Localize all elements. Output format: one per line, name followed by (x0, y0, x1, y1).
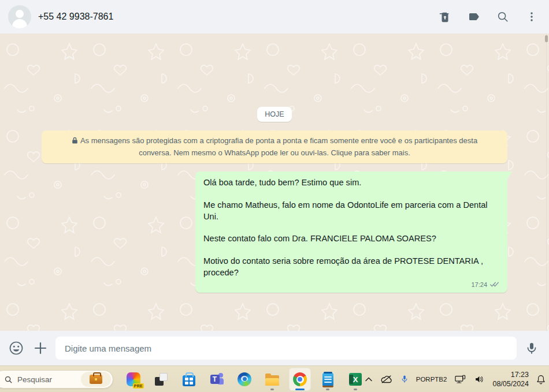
microsoft-store-icon (183, 375, 195, 386)
taskbar-app-icons: PRE T (123, 366, 366, 392)
running-indicator (270, 389, 274, 390)
chrome-icon (293, 372, 307, 386)
tray-time: 17:23 (492, 370, 529, 379)
attach-plus-icon[interactable] (31, 339, 50, 357)
system-tray: POR PTB2 17:23 (365, 366, 546, 392)
scrollbar-thumb[interactable] (545, 35, 548, 42)
avatar-person-icon-body (12, 19, 27, 28)
double-check-icon (489, 279, 499, 290)
chat-scroll-region[interactable]: HOJE As mensagens são protegidas com a c… (0, 33, 549, 331)
teams-icon: T (210, 373, 224, 386)
kebab-menu-icon[interactable] (525, 10, 539, 24)
tray-microphone-icon[interactable] (400, 374, 409, 384)
message-input[interactable] (55, 337, 517, 360)
taskbar-excel[interactable]: X (344, 368, 366, 391)
encryption-notice-text: As mensagens são protegidas com a cripto… (80, 136, 477, 157)
taskbar-teams[interactable]: T (206, 368, 228, 391)
tray-date: 08/05/2024 (492, 379, 529, 389)
windows-taskbar: PRE T (0, 365, 549, 392)
taskbar-search-icon (4, 375, 13, 384)
taskbar-search-box[interactable] (0, 370, 113, 389)
network-icon[interactable] (454, 375, 466, 384)
message-paragraph: Me chamo Matheus, falo em nome da Odonto… (203, 200, 499, 222)
taskbar-chrome[interactable] (289, 368, 311, 391)
avatar-person-icon (16, 10, 24, 18)
microphone-icon[interactable] (522, 339, 541, 357)
contact-avatar[interactable] (8, 5, 31, 28)
edge-icon (238, 372, 251, 386)
copilot-pre-badge: PRE (133, 383, 144, 389)
message-row: Olá boa tarde, tudo bem? Estimo que sim.… (0, 171, 549, 293)
label-icon[interactable] (467, 10, 481, 24)
notifications-bell-icon[interactable] (536, 374, 546, 384)
taskbar-search-input[interactable] (17, 375, 72, 384)
message-paragraph: Olá boa tarde, tudo bem? Estimo que sim. (203, 177, 499, 189)
excel-icon: X (349, 373, 362, 386)
active-running-indicator (295, 389, 305, 390)
chat-area: HOJE As mensagens são protegidas com a c… (0, 33, 549, 331)
task-view-icon (155, 373, 168, 386)
taskbar-edge[interactable] (233, 368, 255, 391)
taskbar-microsoft-store[interactable] (178, 368, 200, 391)
message-paragraph: Motivo do contato seria sobre remoção da… (203, 256, 499, 278)
running-indicator (354, 389, 357, 390)
message-time: 17:24 (471, 281, 487, 288)
delete-chat-icon[interactable] (438, 10, 452, 24)
header-actions (438, 10, 539, 24)
contact-name[interactable]: +55 42 9938-7861 (38, 12, 113, 22)
file-explorer-icon (265, 375, 279, 386)
taskbar-file-explorer[interactable] (261, 368, 283, 391)
lock-icon (72, 136, 78, 147)
taskbar-task-view[interactable] (150, 368, 172, 391)
notepad-icon (322, 373, 333, 386)
taskbar-notepad[interactable] (317, 368, 339, 391)
taskbar-copilot[interactable]: PRE (123, 368, 144, 391)
message-meta: 17:24 (203, 279, 499, 289)
chat-header: +55 42 9938-7861 (0, 0, 549, 33)
emoji-icon[interactable] (7, 339, 25, 357)
whatsapp-window: +55 42 9938-7861 (0, 0, 549, 392)
date-chip: HOJE (257, 107, 291, 122)
message-paragraph: Neste contato falo com Dra. FRANCIELE PA… (203, 233, 499, 245)
clock[interactable]: 17:23 08/05/2024 (492, 370, 529, 389)
message-composer (0, 331, 549, 365)
language-indicator[interactable]: POR PTB2 (416, 375, 447, 383)
onedrive-paused-icon[interactable] (380, 375, 393, 384)
scrollbar-track (546, 33, 547, 331)
work-account-pill[interactable] (81, 372, 111, 387)
volume-icon[interactable] (474, 375, 485, 384)
outgoing-message-bubble[interactable]: Olá boa tarde, tudo bem? Estimo que sim.… (195, 171, 507, 293)
search-icon[interactable] (496, 10, 510, 24)
hidden-icons-chevron-icon[interactable] (365, 376, 373, 382)
briefcase-icon (90, 375, 102, 384)
running-indicator (326, 389, 329, 390)
bubble-tail (507, 171, 512, 179)
encryption-notice[interactable]: As mensagens são protegidas com a cripto… (42, 130, 507, 163)
